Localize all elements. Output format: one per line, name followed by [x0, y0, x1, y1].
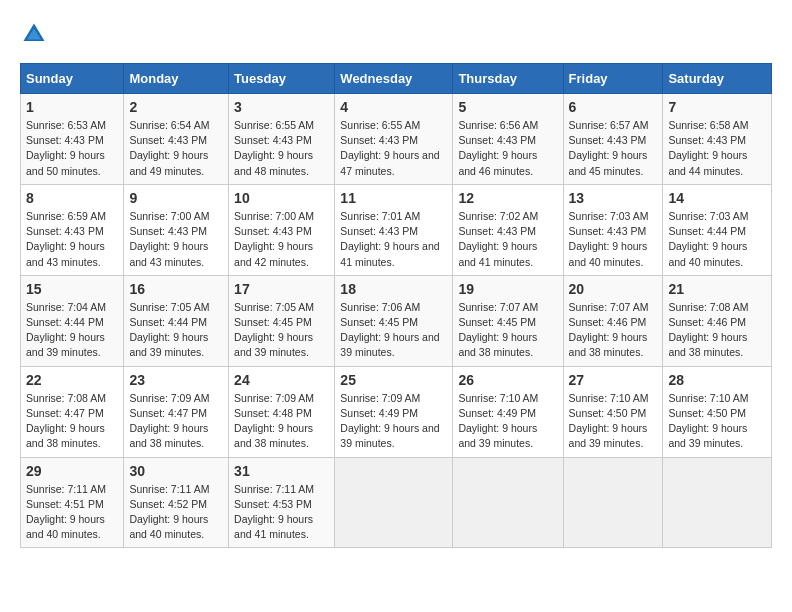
day-number: 4	[340, 99, 447, 115]
day-detail: Sunrise: 7:10 AM Sunset: 4:50 PM Dayligh…	[569, 391, 658, 452]
calendar-week-row: 15Sunrise: 7:04 AM Sunset: 4:44 PM Dayli…	[21, 275, 772, 366]
day-detail: Sunrise: 6:58 AM Sunset: 4:43 PM Dayligh…	[668, 118, 766, 179]
weekday-header-thursday: Thursday	[453, 64, 563, 94]
calendar-cell	[453, 457, 563, 548]
day-number: 24	[234, 372, 329, 388]
day-number: 29	[26, 463, 118, 479]
day-number: 18	[340, 281, 447, 297]
calendar-cell: 4Sunrise: 6:55 AM Sunset: 4:43 PM Daylig…	[335, 94, 453, 185]
day-number: 21	[668, 281, 766, 297]
day-detail: Sunrise: 7:07 AM Sunset: 4:45 PM Dayligh…	[458, 300, 557, 361]
day-detail: Sunrise: 7:03 AM Sunset: 4:43 PM Dayligh…	[569, 209, 658, 270]
calendar-cell: 11Sunrise: 7:01 AM Sunset: 4:43 PM Dayli…	[335, 184, 453, 275]
weekday-header-row: SundayMondayTuesdayWednesdayThursdayFrid…	[21, 64, 772, 94]
calendar-cell: 24Sunrise: 7:09 AM Sunset: 4:48 PM Dayli…	[229, 366, 335, 457]
calendar-cell: 5Sunrise: 6:56 AM Sunset: 4:43 PM Daylig…	[453, 94, 563, 185]
weekday-header-sunday: Sunday	[21, 64, 124, 94]
day-detail: Sunrise: 6:57 AM Sunset: 4:43 PM Dayligh…	[569, 118, 658, 179]
day-detail: Sunrise: 6:56 AM Sunset: 4:43 PM Dayligh…	[458, 118, 557, 179]
day-detail: Sunrise: 7:08 AM Sunset: 4:47 PM Dayligh…	[26, 391, 118, 452]
calendar-cell: 25Sunrise: 7:09 AM Sunset: 4:49 PM Dayli…	[335, 366, 453, 457]
calendar-cell: 20Sunrise: 7:07 AM Sunset: 4:46 PM Dayli…	[563, 275, 663, 366]
day-detail: Sunrise: 7:11 AM Sunset: 4:52 PM Dayligh…	[129, 482, 223, 543]
calendar-week-row: 22Sunrise: 7:08 AM Sunset: 4:47 PM Dayli…	[21, 366, 772, 457]
day-detail: Sunrise: 7:05 AM Sunset: 4:44 PM Dayligh…	[129, 300, 223, 361]
calendar-cell: 26Sunrise: 7:10 AM Sunset: 4:49 PM Dayli…	[453, 366, 563, 457]
day-number: 25	[340, 372, 447, 388]
weekday-header-wednesday: Wednesday	[335, 64, 453, 94]
calendar-cell: 19Sunrise: 7:07 AM Sunset: 4:45 PM Dayli…	[453, 275, 563, 366]
day-detail: Sunrise: 7:05 AM Sunset: 4:45 PM Dayligh…	[234, 300, 329, 361]
calendar-cell: 17Sunrise: 7:05 AM Sunset: 4:45 PM Dayli…	[229, 275, 335, 366]
day-number: 3	[234, 99, 329, 115]
calendar-table: SundayMondayTuesdayWednesdayThursdayFrid…	[20, 63, 772, 548]
day-detail: Sunrise: 7:11 AM Sunset: 4:51 PM Dayligh…	[26, 482, 118, 543]
day-number: 22	[26, 372, 118, 388]
calendar-cell: 1Sunrise: 6:53 AM Sunset: 4:43 PM Daylig…	[21, 94, 124, 185]
day-detail: Sunrise: 7:07 AM Sunset: 4:46 PM Dayligh…	[569, 300, 658, 361]
calendar-cell: 21Sunrise: 7:08 AM Sunset: 4:46 PM Dayli…	[663, 275, 772, 366]
calendar-cell: 29Sunrise: 7:11 AM Sunset: 4:51 PM Dayli…	[21, 457, 124, 548]
calendar-cell: 6Sunrise: 6:57 AM Sunset: 4:43 PM Daylig…	[563, 94, 663, 185]
calendar-cell: 14Sunrise: 7:03 AM Sunset: 4:44 PM Dayli…	[663, 184, 772, 275]
weekday-header-tuesday: Tuesday	[229, 64, 335, 94]
day-detail: Sunrise: 6:53 AM Sunset: 4:43 PM Dayligh…	[26, 118, 118, 179]
logo	[20, 20, 52, 48]
day-number: 2	[129, 99, 223, 115]
weekday-header-friday: Friday	[563, 64, 663, 94]
calendar-cell: 18Sunrise: 7:06 AM Sunset: 4:45 PM Dayli…	[335, 275, 453, 366]
calendar-cell: 23Sunrise: 7:09 AM Sunset: 4:47 PM Dayli…	[124, 366, 229, 457]
weekday-header-monday: Monday	[124, 64, 229, 94]
day-detail: Sunrise: 7:02 AM Sunset: 4:43 PM Dayligh…	[458, 209, 557, 270]
calendar-cell: 13Sunrise: 7:03 AM Sunset: 4:43 PM Dayli…	[563, 184, 663, 275]
day-number: 23	[129, 372, 223, 388]
day-number: 8	[26, 190, 118, 206]
calendar-week-row: 29Sunrise: 7:11 AM Sunset: 4:51 PM Dayli…	[21, 457, 772, 548]
calendar-week-row: 1Sunrise: 6:53 AM Sunset: 4:43 PM Daylig…	[21, 94, 772, 185]
calendar-cell: 31Sunrise: 7:11 AM Sunset: 4:53 PM Dayli…	[229, 457, 335, 548]
day-number: 6	[569, 99, 658, 115]
day-number: 12	[458, 190, 557, 206]
calendar-cell: 7Sunrise: 6:58 AM Sunset: 4:43 PM Daylig…	[663, 94, 772, 185]
day-detail: Sunrise: 7:04 AM Sunset: 4:44 PM Dayligh…	[26, 300, 118, 361]
day-detail: Sunrise: 7:11 AM Sunset: 4:53 PM Dayligh…	[234, 482, 329, 543]
day-number: 19	[458, 281, 557, 297]
header	[20, 20, 772, 48]
day-detail: Sunrise: 7:00 AM Sunset: 4:43 PM Dayligh…	[129, 209, 223, 270]
day-detail: Sunrise: 6:54 AM Sunset: 4:43 PM Dayligh…	[129, 118, 223, 179]
day-detail: Sunrise: 7:10 AM Sunset: 4:49 PM Dayligh…	[458, 391, 557, 452]
day-number: 20	[569, 281, 658, 297]
day-number: 15	[26, 281, 118, 297]
day-number: 7	[668, 99, 766, 115]
day-number: 13	[569, 190, 658, 206]
day-number: 26	[458, 372, 557, 388]
day-number: 27	[569, 372, 658, 388]
calendar-cell: 16Sunrise: 7:05 AM Sunset: 4:44 PM Dayli…	[124, 275, 229, 366]
day-number: 1	[26, 99, 118, 115]
calendar-cell	[663, 457, 772, 548]
calendar-cell	[335, 457, 453, 548]
day-detail: Sunrise: 7:03 AM Sunset: 4:44 PM Dayligh…	[668, 209, 766, 270]
calendar-cell: 8Sunrise: 6:59 AM Sunset: 4:43 PM Daylig…	[21, 184, 124, 275]
calendar-cell: 10Sunrise: 7:00 AM Sunset: 4:43 PM Dayli…	[229, 184, 335, 275]
day-detail: Sunrise: 7:09 AM Sunset: 4:48 PM Dayligh…	[234, 391, 329, 452]
day-detail: Sunrise: 7:06 AM Sunset: 4:45 PM Dayligh…	[340, 300, 447, 361]
day-detail: Sunrise: 7:09 AM Sunset: 4:47 PM Dayligh…	[129, 391, 223, 452]
day-number: 16	[129, 281, 223, 297]
day-detail: Sunrise: 7:10 AM Sunset: 4:50 PM Dayligh…	[668, 391, 766, 452]
calendar-cell: 9Sunrise: 7:00 AM Sunset: 4:43 PM Daylig…	[124, 184, 229, 275]
calendar-cell: 15Sunrise: 7:04 AM Sunset: 4:44 PM Dayli…	[21, 275, 124, 366]
day-number: 17	[234, 281, 329, 297]
day-detail: Sunrise: 7:08 AM Sunset: 4:46 PM Dayligh…	[668, 300, 766, 361]
day-detail: Sunrise: 7:09 AM Sunset: 4:49 PM Dayligh…	[340, 391, 447, 452]
calendar-cell	[563, 457, 663, 548]
day-number: 30	[129, 463, 223, 479]
calendar-cell: 30Sunrise: 7:11 AM Sunset: 4:52 PM Dayli…	[124, 457, 229, 548]
day-number: 28	[668, 372, 766, 388]
calendar-cell: 3Sunrise: 6:55 AM Sunset: 4:43 PM Daylig…	[229, 94, 335, 185]
day-detail: Sunrise: 6:55 AM Sunset: 4:43 PM Dayligh…	[234, 118, 329, 179]
calendar-week-row: 8Sunrise: 6:59 AM Sunset: 4:43 PM Daylig…	[21, 184, 772, 275]
day-detail: Sunrise: 7:00 AM Sunset: 4:43 PM Dayligh…	[234, 209, 329, 270]
day-detail: Sunrise: 7:01 AM Sunset: 4:43 PM Dayligh…	[340, 209, 447, 270]
calendar-cell: 2Sunrise: 6:54 AM Sunset: 4:43 PM Daylig…	[124, 94, 229, 185]
